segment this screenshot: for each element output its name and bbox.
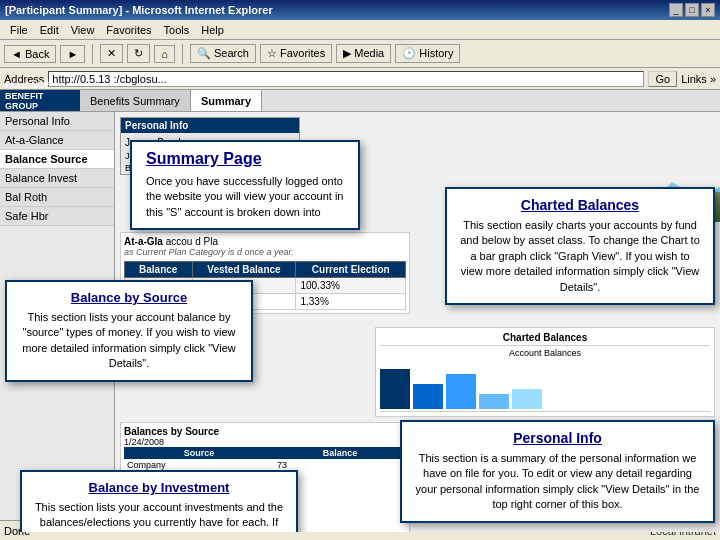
personal-info-text: This section is a summary of the persona… — [414, 451, 701, 513]
menu-file[interactable]: File — [4, 23, 34, 37]
menu-view[interactable]: View — [65, 23, 101, 37]
bg-source-title: Balances by Source — [124, 426, 406, 437]
bg-chart — [380, 362, 710, 412]
media-button[interactable]: ▶ Media — [336, 44, 391, 63]
address-bar: Address Go Links » — [0, 68, 720, 90]
go-button[interactable]: Go — [648, 71, 677, 87]
menu-favorites[interactable]: Favorites — [100, 23, 157, 37]
col-vested: Vested Balance — [192, 262, 296, 278]
bg-charted-title: Charted Balances — [380, 332, 710, 346]
titlebar: [Participant Summary] - Microsoft Intern… — [0, 0, 720, 20]
menu-bar: File Edit View Favorites Tools Help — [0, 20, 720, 40]
bar-4 — [479, 394, 509, 409]
bg-charted-subtitle: Account Balances — [380, 348, 710, 358]
links-label[interactable]: Links » — [681, 73, 716, 85]
ataglance-label: At-a-Gla — [124, 236, 163, 247]
nav-tab-benefits-summary[interactable]: Benefits Summary — [80, 90, 191, 111]
bar-2 — [413, 384, 443, 409]
refresh-button[interactable]: ↻ — [127, 44, 150, 63]
balance-investment-popup: Balance by Investment This section lists… — [20, 470, 298, 532]
sidebar-item-personal-info[interactable]: Personal Info — [0, 112, 114, 131]
charted-balances-text: This section easily charts your accounts… — [459, 218, 701, 295]
logo-text-2: BENEFIT — [5, 91, 65, 102]
summary-page-title: Summary Page — [146, 150, 344, 168]
search-button[interactable]: 🔍 Search — [190, 44, 256, 63]
balance-source-popup: Balance by Source This section lists you… — [5, 280, 253, 382]
nav-bar: ALLIANCE BENEFIT GROUP Sierra Mountain B… — [0, 90, 720, 112]
sidebar-item-balance-source[interactable]: Balance Source — [0, 150, 114, 169]
ataglance-text: accou d Pla — [166, 236, 218, 247]
toolbar-separator-1 — [92, 44, 93, 64]
window-title: [Participant Summary] - Microsoft Intern… — [5, 4, 273, 16]
menu-edit[interactable]: Edit — [34, 23, 65, 37]
address-input[interactable] — [48, 71, 644, 87]
menu-tools[interactable]: Tools — [158, 23, 196, 37]
logo-text-1: ALLIANCE — [5, 80, 65, 91]
summary-page-text: Once you have successfully logged onto t… — [146, 174, 344, 220]
balance-investment-title: Balance by Investment — [34, 480, 284, 495]
bar-3 — [446, 374, 476, 409]
browser-window: [Participant Summary] - Microsoft Intern… — [0, 0, 720, 540]
site-logo: ALLIANCE BENEFIT GROUP Sierra Mountain — [0, 90, 80, 111]
bg-source-date: 1/24/2008 — [124, 437, 406, 447]
sidebar-item-balance-invest[interactable]: Balance Invest — [0, 169, 114, 188]
logo-text-3: GROUP — [5, 101, 65, 112]
source-col-balance: Balance — [274, 447, 406, 459]
minimize-button[interactable]: _ — [669, 3, 683, 17]
maximize-button[interactable]: □ — [685, 3, 699, 17]
bar-5 — [512, 389, 542, 409]
source-col-source: Source — [124, 447, 274, 459]
bar-1 — [380, 369, 410, 409]
charted-balances-title: Charted Balances — [459, 197, 701, 213]
toolbar-separator-2 — [182, 44, 183, 64]
row1-election: 100.33% — [296, 278, 406, 294]
bg-charted-section: Charted Balances Account Balances — [375, 327, 715, 417]
home-button[interactable]: ⌂ — [154, 45, 175, 63]
stop-button[interactable]: ✕ — [100, 44, 123, 63]
charted-balances-popup: Charted Balances This section easily cha… — [445, 187, 715, 305]
favorites-button[interactable]: ☆ Favorites — [260, 44, 332, 63]
history-button[interactable]: 🕑 History — [395, 44, 460, 63]
ataglance-note: as Current Plan Category is d once a yea… — [124, 247, 406, 257]
menu-help[interactable]: Help — [195, 23, 230, 37]
nav-tab-summary[interactable]: Summary — [191, 90, 262, 111]
col-balance: Balance — [125, 262, 193, 278]
personal-info-title: Personal Info — [414, 430, 701, 446]
balance-investment-text: This section lists your account investme… — [34, 500, 284, 532]
bg-personal-panel-title: Personal Info — [121, 118, 299, 133]
summary-page-popup: Summary Page Once you have successfully … — [130, 140, 360, 230]
forward-button[interactable]: ► — [60, 45, 85, 63]
row2-election: 1.33% — [296, 294, 406, 310]
balance-source-text: This section lists your account balance … — [19, 310, 239, 372]
personal-info-popup: Personal Info This section is a summary … — [400, 420, 715, 523]
col-election: Current Election — [296, 262, 406, 278]
sidebar-item-ataglance[interactable]: At-a-Glance — [0, 131, 114, 150]
back-button[interactable]: ◄ Back — [4, 45, 56, 63]
toolbar: ◄ Back ► ✕ ↻ ⌂ 🔍 Search ☆ Favorites ▶ Me… — [0, 40, 720, 68]
sidebar-item-safe-hbr[interactable]: Safe Hbr — [0, 207, 114, 226]
titlebar-buttons[interactable]: _ □ × — [669, 3, 715, 17]
balance-source-title: Balance by Source — [19, 290, 239, 305]
sidebar-item-bal-roth[interactable]: Bal Roth — [0, 188, 114, 207]
content-body: Personal Info At-a-Glance Balance Source… — [0, 112, 720, 532]
close-button[interactable]: × — [701, 3, 715, 17]
